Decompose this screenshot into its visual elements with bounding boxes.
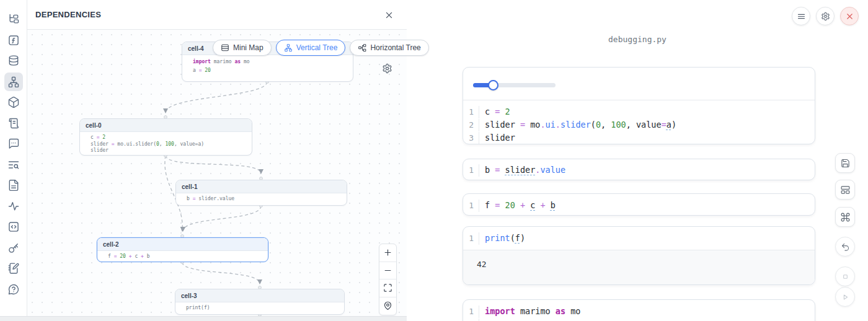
zoom-out-button[interactable]	[379, 262, 396, 280]
cell-editor[interactable]: 1c = 22slider = mo.ui.slider(0, 100, val…	[463, 100, 815, 144]
vertical-tree-label: Vertical Tree	[296, 43, 338, 52]
graph-node-cell-3[interactable]: cell-3 print(f)	[175, 289, 345, 315]
notebook-cell-f[interactable]: 1f = 20 + c + b	[463, 193, 815, 216]
left-icon-rail	[0, 0, 27, 321]
marimo-app: DEPENDENCIES cell-4 import marimo as moa…	[0, 0, 868, 321]
horizontal-tree-icon	[358, 43, 366, 52]
undo-icon	[841, 242, 850, 252]
cell-editor[interactable]: 1f = 20 + c + b	[463, 194, 815, 216]
dependencies-icon[interactable]	[4, 73, 23, 91]
panel-horizontal-scrollbar[interactable]	[0, 316, 407, 321]
graph-view-switcher: Mini Map Vertical Tree Horizontal Tree	[213, 40, 429, 56]
cell-editor[interactable]: 1import marimo as mo2	[463, 300, 815, 321]
play-icon	[841, 292, 850, 302]
undo-button[interactable]	[835, 237, 855, 257]
documentation-icon[interactable]	[4, 176, 23, 195]
stop-icon	[841, 272, 850, 281]
graph-node-cell-1[interactable]: cell-1 b = slider.value	[175, 180, 347, 206]
graph-node-cell-2[interactable]: cell-2 f = 20 + c + b	[97, 237, 268, 262]
center-selection-button[interactable]	[379, 297, 396, 315]
gear-icon	[821, 12, 830, 21]
node-title: cell-3	[175, 289, 344, 302]
chat-icon[interactable]	[4, 134, 23, 153]
zoom-in-button[interactable]	[379, 244, 396, 262]
tracing-icon[interactable]	[4, 197, 23, 216]
notebook-cell-print[interactable]: 1print(f) 42	[463, 226, 815, 285]
datasources-icon[interactable]	[4, 51, 23, 70]
save-button[interactable]	[835, 153, 855, 173]
notebook-menu-button[interactable]	[792, 7, 810, 25]
logs-icon[interactable]	[4, 114, 23, 133]
node-title: cell-2	[97, 238, 268, 251]
menu-icon	[797, 12, 806, 21]
save-icon	[840, 158, 851, 169]
notebook-filename: debugging.py	[407, 35, 868, 44]
run-button[interactable]	[835, 287, 855, 307]
file-tree-icon[interactable]	[4, 10, 23, 29]
node-code: b = slider.value	[176, 193, 347, 205]
close-icon	[845, 12, 854, 21]
text-search-icon[interactable]	[4, 156, 23, 174]
gear-icon	[382, 63, 392, 74]
slider-thumb[interactable]	[488, 80, 498, 90]
keyboard-shortcuts-button[interactable]	[835, 207, 855, 227]
close-panel-button[interactable]	[382, 8, 396, 22]
node-code: f = 20 + c + b	[97, 251, 268, 262]
dependencies-panel-header: DEPENDENCIES	[27, 0, 407, 30]
panel-title: DEPENDENCIES	[27, 10, 101, 19]
node-title: cell-1	[176, 180, 347, 193]
graph-zoom-controls	[379, 244, 397, 315]
slider-output	[463, 68, 815, 100]
shutdown-button[interactable]	[840, 7, 859, 25]
secrets-key-icon[interactable]	[4, 239, 23, 257]
cell-editor[interactable]: 1b = slider.value	[463, 159, 815, 180]
snippets-icon[interactable]	[4, 218, 23, 236]
mini-map-button[interactable]: Mini Map	[213, 40, 272, 56]
console-output: 42	[463, 250, 815, 285]
graph-settings-button[interactable]	[382, 63, 393, 74]
layout-select-button[interactable]	[835, 180, 855, 200]
vertical-tree-icon	[284, 43, 293, 52]
node-code: import marimo as moa = 20	[182, 55, 353, 77]
help-icon[interactable]	[4, 280, 23, 299]
notebook-cell-slider[interactable]: 1c = 22slider = mo.ui.slider(0, 100, val…	[463, 67, 815, 144]
node-title: cell-0	[80, 119, 252, 132]
node-code: c = 2slider = mo.ui.slider(0, 100, value…	[80, 132, 252, 156]
mini-map-label: Mini Map	[233, 43, 264, 52]
notebook-cell-import[interactable]: 1import marimo as mo2	[463, 299, 815, 321]
fit-view-button[interactable]	[379, 279, 396, 297]
layout-icon	[840, 185, 851, 195]
scratchpad-icon[interactable]	[4, 259, 23, 278]
node-code: print(f)	[175, 302, 344, 314]
slider-track[interactable]	[473, 83, 556, 87]
horizontal-tree-label: Horizontal Tree	[370, 43, 420, 52]
stop-button[interactable]	[835, 266, 855, 286]
graph-node-cell-0[interactable]: cell-0 c = 2slider = mo.ui.slider(0, 100…	[79, 118, 252, 156]
cell-editor[interactable]: 1print(f)	[463, 227, 815, 250]
command-icon	[840, 212, 851, 222]
vertical-tree-button[interactable]: Vertical Tree	[276, 40, 346, 56]
functions-icon[interactable]	[4, 31, 23, 50]
packages-icon[interactable]	[4, 93, 23, 112]
settings-button[interactable]	[816, 7, 835, 25]
notebook-cell-b[interactable]: 1b = slider.value	[463, 159, 815, 180]
mini-map-icon	[221, 43, 229, 52]
horizontal-tree-button[interactable]: Horizontal Tree	[350, 40, 428, 56]
